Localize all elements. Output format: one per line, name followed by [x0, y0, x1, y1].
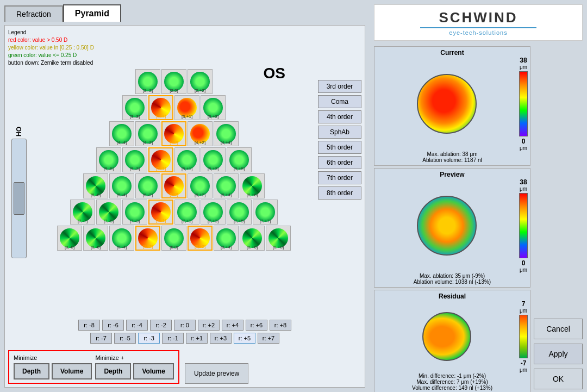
- zernike-2-n2[interactable]: [2,-2]: [135, 69, 160, 94]
- r-btn-n5[interactable]: r: -5: [114, 333, 136, 344]
- order-buttons: 3rd order Coma 4th order SphAb 5th order…: [318, 69, 361, 315]
- zernike-8-p8[interactable]: [8,+8]: [266, 226, 291, 251]
- zernike-2-0[interactable]: [2,0]: [161, 69, 186, 94]
- r-btn-n6[interactable]: r: -6: [102, 320, 124, 331]
- update-preview-button[interactable]: Update preview: [185, 363, 248, 384]
- zernike-6-p4[interactable]: [6,+4]: [214, 173, 239, 198]
- btn-spab[interactable]: SphAb: [318, 126, 361, 139]
- zernike-4-p2[interactable]: [4,+2]: [188, 121, 213, 146]
- action-buttons: Minimize Depth Volume Minimize + Depth V…: [8, 350, 361, 384]
- zernike-5-p5[interactable]: [5,+5]: [227, 147, 252, 172]
- residual-scale-mid: -7: [521, 359, 527, 367]
- residual-max-diff: Max. difference: 7 μm (+19%): [377, 379, 528, 385]
- zernike-7-p3[interactable]: [7,+3]: [201, 200, 226, 225]
- zernike-6-p6[interactable]: [6,+6]: [240, 173, 265, 198]
- minimize-plus-depth-btn[interactable]: Depth: [95, 363, 131, 379]
- residual-scale-unit-mid: μm: [520, 367, 527, 373]
- residual-scale-unit-top: μm: [520, 308, 527, 314]
- r-btn-p8[interactable]: r: +8: [270, 320, 291, 331]
- r-btn-0[interactable]: r: 0: [174, 320, 196, 331]
- zernike-7-n3[interactable]: [7,-3]: [122, 200, 147, 225]
- zernike-7-n7[interactable]: [7,-7]: [70, 200, 95, 225]
- zernike-5-p3[interactable]: [5,+3]: [201, 147, 226, 172]
- zernike-5-p1[interactable]: [5,+1]: [174, 147, 199, 172]
- zernike-3-p1[interactable]: [3,+1]: [174, 95, 199, 120]
- r-btn-n7[interactable]: r: -7: [90, 333, 112, 344]
- zernike-8-p6[interactable]: [8,+6]: [240, 226, 265, 251]
- zernike-4-p4[interactable]: [4,+4]: [214, 121, 239, 146]
- preview-section: Preview 38 μm 0 μm Max. ablati: [374, 168, 530, 288]
- btn-3rd-order[interactable]: 3rd order: [318, 80, 361, 93]
- zernike-4-n2[interactable]: [4,-2]: [135, 121, 160, 146]
- zernike-3-n3[interactable]: [3,-3]: [122, 95, 147, 120]
- zernike-5-n1[interactable]: [5,-1]: [148, 147, 173, 172]
- r-btn-n8[interactable]: r: -8: [78, 320, 100, 331]
- r-btn-p2[interactable]: r: +2: [198, 320, 220, 331]
- zernike-6-n2[interactable]: [6,-2]: [135, 173, 160, 198]
- zernike-7-p1[interactable]: [7,+1]: [174, 200, 199, 225]
- current-circle-container: [377, 74, 517, 134]
- btn-coma[interactable]: Coma: [318, 95, 361, 108]
- btn-4th-order[interactable]: 4th order: [318, 110, 361, 123]
- zernike-8-n2[interactable]: [8,-2]: [135, 226, 160, 251]
- minimize-volume-btn[interactable]: Volume: [52, 363, 92, 379]
- tab-refraction[interactable]: Refraction: [4, 5, 63, 22]
- cancel-button[interactable]: Cancel: [534, 319, 583, 339]
- zernike-8-n8[interactable]: [8,-8]: [57, 226, 82, 251]
- btn-6th-order[interactable]: 6th order: [318, 156, 361, 169]
- r-btn-p7[interactable]: r: +7: [258, 333, 279, 344]
- zernike-7-p5[interactable]: [7,+5]: [227, 200, 252, 225]
- zernike-7-p7[interactable]: [7,+7]: [253, 200, 278, 225]
- r-btn-n1[interactable]: r: -1: [162, 333, 184, 344]
- current-scale: 38 μm 0 μm: [519, 57, 528, 151]
- r-row-2: r: -7 r: -5 r: -3 r: -1 r: +1 r: +3 r: +…: [8, 333, 361, 344]
- zernike-8-p2[interactable]: [8,+2]: [188, 226, 213, 251]
- zernike-7-n5[interactable]: [7,-5]: [96, 200, 121, 225]
- r-btn-n2[interactable]: r: -2: [150, 320, 172, 331]
- zernike-2-p2[interactable]: [2,+2]: [188, 69, 213, 94]
- zernike-7-n1[interactable]: [7,-1]: [148, 200, 173, 225]
- apply-button[interactable]: Apply: [534, 344, 583, 364]
- logo-sub: eye-tech-solutions: [381, 29, 576, 36]
- pyramid-area: HO [2,-2]: [8, 69, 361, 315]
- current-content: 38 μm 0 μm: [377, 57, 528, 151]
- current-ablation-volume: Ablation volume: 1187 nl: [377, 157, 528, 163]
- zernike-8-n4[interactable]: [8,-4]: [109, 226, 134, 251]
- zernike-5-n3[interactable]: [5,-3]: [122, 147, 147, 172]
- zernike-8-n6[interactable]: [8,-6]: [83, 226, 108, 251]
- r-btn-p5[interactable]: r: +5: [234, 333, 255, 344]
- r-btn-n3[interactable]: r: -3: [138, 333, 160, 344]
- ok-button[interactable]: OK: [534, 369, 583, 389]
- zernike-3-p3[interactable]: [3,+3]: [201, 95, 226, 120]
- pyramid-container: [2,-2] [2,0] [2,+2]: [33, 69, 315, 315]
- r-btn-n4[interactable]: r: -4: [126, 320, 148, 331]
- zernike-6-0[interactable]: [6,0]: [161, 173, 186, 198]
- btn-7th-order[interactable]: 7th order: [318, 171, 361, 184]
- preview-scale-unit-mid: μm: [520, 267, 527, 273]
- zernike-4-0[interactable]: [4,0]: [161, 121, 186, 146]
- ho-slider[interactable]: [11, 139, 27, 258]
- minimize-label-2: Minimize +: [95, 354, 173, 361]
- minimize-depth-btn[interactable]: Depth: [14, 363, 49, 379]
- tab-pyramid[interactable]: Pyramid: [63, 4, 121, 22]
- minimize-plus-volume-btn[interactable]: Volume: [133, 363, 173, 379]
- zernike-5-n5[interactable]: [5,-5]: [96, 147, 121, 172]
- r-btn-p1[interactable]: r: +1: [186, 333, 208, 344]
- zernike-6-p2[interactable]: [6,+2]: [188, 173, 213, 198]
- zernike-6-n6[interactable]: [6,-6]: [83, 173, 108, 198]
- zernike-8-p4[interactable]: [8,+4]: [214, 226, 239, 251]
- ho-label: HO: [15, 127, 23, 136]
- r-btn-p3[interactable]: r: +3: [210, 333, 232, 344]
- btn-8th-order[interactable]: 8th order: [318, 186, 361, 200]
- zernike-4-n4[interactable]: [4,-4]: [109, 121, 134, 146]
- legend-title: Legend: [8, 29, 361, 36]
- btn-5th-order[interactable]: 5th order: [318, 141, 361, 154]
- r-btn-p6[interactable]: r: +6: [246, 320, 267, 331]
- r-btn-p4[interactable]: r: +4: [222, 320, 243, 331]
- zernike-3-n1[interactable]: [3,-1]: [148, 95, 173, 120]
- residual-min-diff: Min. difference: -1 μm (-2%): [377, 373, 528, 379]
- legend-note: button down: Zernike term disabled: [8, 59, 361, 67]
- minimize-btns-2: Depth Volume: [95, 363, 173, 379]
- zernike-8-0[interactable]: [8,0]: [161, 226, 186, 251]
- zernike-6-n4[interactable]: [6,-4]: [109, 173, 134, 198]
